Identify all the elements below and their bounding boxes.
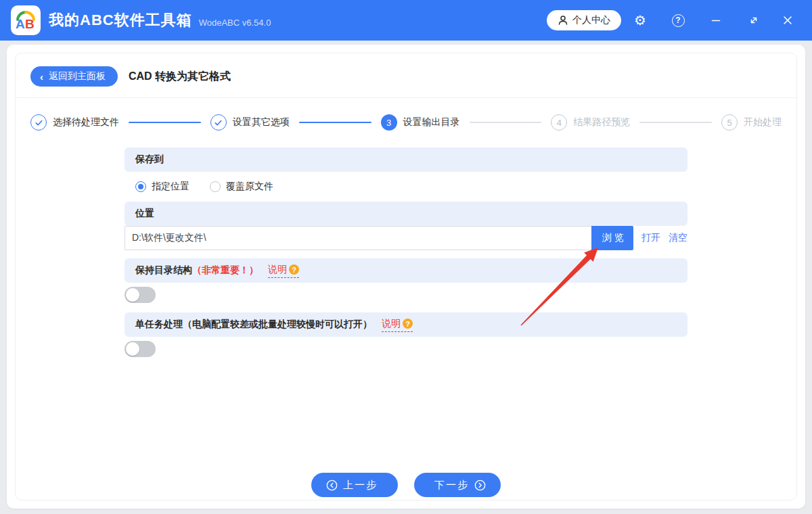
single-task-toggle[interactable] [125, 341, 156, 357]
chevron-left-icon: ‹ [40, 71, 43, 83]
close-button[interactable] [773, 8, 803, 32]
radio-specified-location-label: 指定位置 [152, 181, 189, 193]
keep-structure-toggle[interactable] [125, 287, 156, 303]
user-center-label: 个人中心 [572, 14, 610, 26]
step-output-dir: 3 设置输出目录 [381, 114, 460, 131]
step4-label: 结果路径预览 [573, 116, 630, 128]
settings-button[interactable]: ⚙ [621, 8, 659, 32]
location-input-row: 浏览 打开 清空 [125, 226, 687, 250]
app-logo-icon: A B [11, 5, 41, 35]
help-button[interactable]: ? [659, 8, 697, 32]
content-card: ‹ 返回到主面板 CAD 转换为其它格式 选择待处理文件 设置其它选项 [15, 53, 797, 500]
step-start-process: 5 开始处理 [721, 114, 782, 131]
step-connector [129, 122, 201, 123]
minimize-icon [710, 15, 721, 26]
app-title: 我的ABC软件工具箱 [49, 10, 192, 30]
app-version: WodeABC v6.54.0 [199, 18, 271, 28]
svg-text:B: B [25, 17, 35, 31]
close-icon [782, 15, 793, 26]
svg-text:A: A [16, 17, 25, 31]
keep-structure-section-header: 保持目录结构 （非常重要！） 说明 ? [125, 258, 687, 283]
location-section-header: 位置 [125, 202, 687, 226]
step-select-files: 选择待处理文件 [30, 114, 119, 131]
person-icon [558, 15, 568, 26]
output-settings-form: 保存到 指定位置 覆盖原文件 位置 浏览 打开 清空 [125, 147, 687, 357]
main-panel: ‹ 返回到主面板 CAD 转换为其它格式 选择待处理文件 设置其它选项 [7, 45, 805, 509]
step4-number: 4 [551, 114, 567, 131]
step2-check-icon [210, 114, 227, 131]
keep-structure-toggle-row [125, 287, 687, 303]
next-step-label: 下一步 [434, 479, 469, 492]
user-center-button[interactable]: 个人中心 [547, 10, 621, 30]
prev-step-label: 上一步 [343, 479, 378, 492]
minimize-button[interactable] [697, 8, 735, 32]
maximize-icon [748, 15, 759, 26]
save-to-title: 保存到 [135, 154, 164, 166]
radio-overwrite-original[interactable]: 覆盖原文件 [210, 181, 273, 193]
clear-path-link[interactable]: 清空 [669, 232, 687, 244]
keep-structure-help-link[interactable]: 说明 ? [268, 264, 299, 278]
circled-chevron-left-icon [326, 480, 338, 491]
step-other-options: 设置其它选项 [210, 114, 290, 131]
maximize-button[interactable] [735, 8, 773, 32]
step-connector [299, 122, 371, 123]
gear-icon: ⚙ [634, 14, 646, 27]
wizard-footer: 上一步 下一步 [16, 473, 796, 497]
radio-selected-icon [135, 181, 146, 192]
step3-number: 3 [381, 114, 397, 131]
browse-button[interactable]: 浏览 [591, 226, 633, 250]
back-button-label: 返回到主面板 [49, 70, 106, 83]
single-task-toggle-row [125, 341, 687, 357]
circled-chevron-right-icon [474, 480, 486, 491]
header-row: ‹ 返回到主面板 CAD 转换为其它格式 [16, 53, 796, 98]
output-path-input[interactable] [125, 226, 591, 250]
step3-label: 设置输出目录 [403, 116, 460, 128]
save-to-section-header: 保存到 [125, 147, 687, 172]
step-connector [470, 122, 542, 123]
step-result-preview: 4 结果路径预览 [551, 114, 630, 131]
step1-label: 选择待处理文件 [53, 116, 119, 128]
save-to-options: 指定位置 覆盖原文件 [125, 172, 687, 202]
next-step-button[interactable]: 下一步 [414, 473, 501, 497]
radio-unselected-icon [210, 181, 221, 192]
back-to-main-button[interactable]: ‹ 返回到主面板 [30, 66, 118, 87]
radio-overwrite-original-label: 覆盖原文件 [226, 181, 273, 193]
titlebar: A B 我的ABC软件工具箱 WodeABC v6.54.0 个人中心 ⚙ ? [0, 0, 812, 41]
question-badge-icon: ? [289, 264, 299, 275]
step1-check-icon [30, 114, 47, 131]
step5-number: 5 [721, 114, 738, 131]
help-link-label: 说明 [382, 318, 401, 330]
toggle-knob [126, 342, 139, 356]
step-indicator: 选择待处理文件 设置其它选项 3 设置输出目录 4 结果路径预览 5 [30, 114, 782, 131]
help-icon: ? [672, 14, 685, 27]
help-link-label: 说明 [268, 264, 287, 276]
single-task-help-link[interactable]: 说明 ? [382, 318, 413, 332]
keep-structure-important-note: （非常重要！） [192, 264, 258, 277]
page-title: CAD 转换为其它格式 [129, 70, 231, 84]
single-task-title: 单任务处理（电脑配置较差或批量处理较慢时可以打开） [135, 319, 372, 331]
toggle-knob [126, 288, 139, 302]
keep-structure-title: 保持目录结构 [135, 264, 192, 277]
single-task-section-header: 单任务处理（电脑配置较差或批量处理较慢时可以打开） 说明 ? [125, 312, 687, 337]
radio-specified-location[interactable]: 指定位置 [135, 181, 189, 193]
step-connector [639, 122, 712, 123]
question-badge-icon: ? [403, 319, 413, 329]
open-folder-link[interactable]: 打开 [641, 232, 660, 244]
step5-label: 开始处理 [744, 116, 782, 128]
step2-label: 设置其它选项 [233, 116, 290, 128]
location-title: 位置 [135, 208, 154, 220]
prev-step-button[interactable]: 上一步 [311, 473, 398, 497]
